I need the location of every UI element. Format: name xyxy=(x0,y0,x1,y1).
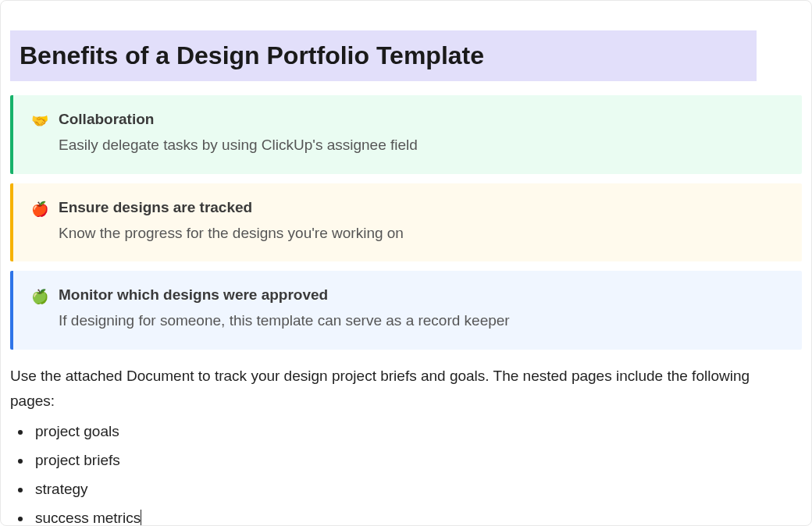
list-item: success metrics xyxy=(32,503,811,526)
callout-title: Collaboration xyxy=(59,111,788,128)
red-apple-icon: 🍎 xyxy=(30,201,49,218)
callout-text: Know the progress for the designs you're… xyxy=(59,222,788,245)
list-item: project goals xyxy=(32,417,811,446)
bullet-list: project goals project briefs strategy su… xyxy=(32,417,811,526)
callout-collaboration: 🤝 Collaboration Easily delegate tasks by… xyxy=(10,95,802,174)
document-page: Benefits of a Design Portfolio Template … xyxy=(0,0,812,526)
intro-paragraph: Use the attached Document to track your … xyxy=(10,364,796,414)
list-item: project briefs xyxy=(32,446,811,474)
callout-list: 🤝 Collaboration Easily delegate tasks by… xyxy=(1,95,811,350)
callout-approved: 🍏 Monitor which designs were approved If… xyxy=(10,271,802,350)
callout-body: Ensure designs are tracked Know the prog… xyxy=(59,199,788,245)
callout-title: Ensure designs are tracked xyxy=(59,199,788,216)
page-title: Benefits of a Design Portfolio Template xyxy=(10,30,757,81)
callout-body: Monitor which designs were approved If d… xyxy=(59,286,788,332)
green-apple-icon: 🍏 xyxy=(30,288,49,305)
callout-text: If designing for someone, this template … xyxy=(59,310,788,332)
handshake-icon: 🤝 xyxy=(30,112,49,130)
callout-text: Easily delegate tasks by using ClickUp's… xyxy=(59,134,788,157)
list-item: strategy xyxy=(32,474,811,503)
callout-body: Collaboration Easily delegate tasks by u… xyxy=(59,111,788,157)
callout-tracking: 🍎 Ensure designs are tracked Know the pr… xyxy=(10,183,802,262)
callout-title: Monitor which designs were approved xyxy=(59,286,788,304)
